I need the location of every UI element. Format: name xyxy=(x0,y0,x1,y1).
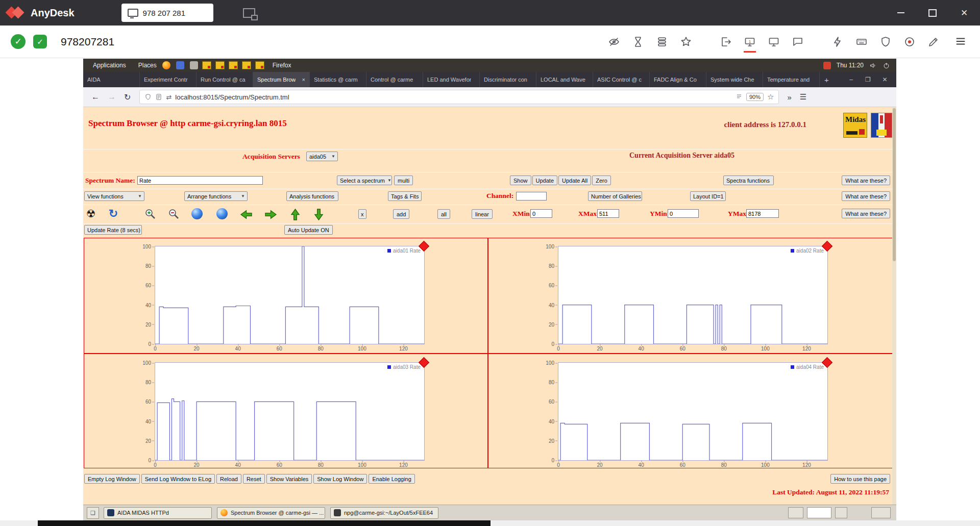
tray-box[interactable] xyxy=(788,507,803,518)
auto-update-button[interactable]: Auto Update ON xyxy=(284,225,333,235)
what-are-these-button[interactable]: What are these? xyxy=(842,209,890,218)
acquisition-server-select[interactable]: aida05▼ xyxy=(306,152,338,161)
volume-icon[interactable] xyxy=(869,62,877,69)
forward-icon[interactable]: → xyxy=(108,92,116,102)
shield-icon[interactable] xyxy=(144,93,152,101)
keyboard-icon[interactable] xyxy=(855,35,868,48)
anydesk-session-tab[interactable]: 978 207 281 xyxy=(121,4,213,22)
blue-orb-icon-2[interactable] xyxy=(215,207,229,220)
workspace-switcher[interactable] xyxy=(871,507,891,518)
what-are-these-button[interactable]: What are these? xyxy=(842,191,890,201)
show-desktop-button[interactable]: ❏ xyxy=(87,507,99,519)
overflow-chevron-icon[interactable]: » xyxy=(787,93,791,102)
disconnect-icon[interactable] xyxy=(719,35,732,48)
update-rate-select[interactable]: Update Rate (8 secs)▼ xyxy=(84,225,142,235)
browser-tab[interactable]: Control @ carme xyxy=(366,72,423,87)
browser-tab[interactable]: LED and Wavefor xyxy=(423,72,480,87)
log-button[interactable]: Show Log Window xyxy=(313,474,367,484)
midas-window-icon[interactable] xyxy=(255,61,264,69)
channel-input[interactable] xyxy=(516,192,547,201)
tray-box[interactable] xyxy=(807,507,831,518)
reader-mode-icon[interactable] xyxy=(736,93,743,101)
chart-plot[interactable]: aida01 Rate 020406080100020406080100120 xyxy=(155,246,425,344)
zoom-out-icon[interactable] xyxy=(167,207,180,220)
new-tab-button[interactable]: + xyxy=(820,72,834,87)
arrow-right-icon[interactable] xyxy=(264,208,277,221)
record-icon[interactable] xyxy=(903,35,916,48)
favorites-icon[interactable] xyxy=(679,35,693,48)
midas-window-icon[interactable] xyxy=(242,61,251,69)
log-button[interactable]: Enable Logging xyxy=(369,474,414,484)
radiation-icon[interactable]: ☢ xyxy=(84,207,97,220)
browser-tab[interactable]: LOCAL and Wave xyxy=(536,72,593,87)
zoom-in-icon[interactable] xyxy=(143,207,157,220)
minimize-button[interactable] xyxy=(885,0,917,26)
ymax-input[interactable] xyxy=(746,209,779,218)
browser-tab[interactable]: AIDA xyxy=(83,72,140,87)
back-icon[interactable]: ← xyxy=(91,92,100,102)
permissions-swap-icon[interactable]: ⇄ xyxy=(166,93,172,101)
app-launcher-icon[interactable] xyxy=(176,61,184,69)
draw-icon[interactable] xyxy=(927,35,940,48)
spectrum-name-input[interactable] xyxy=(137,176,263,185)
actions-icon[interactable] xyxy=(831,35,844,48)
browser-tab[interactable]: Spectrum Brow× xyxy=(253,72,310,87)
spectra-functions-select[interactable]: Spectra functions▼ xyxy=(723,176,774,185)
maximize-button[interactable] xyxy=(917,0,948,26)
view-functions-select[interactable]: View functions▼ xyxy=(84,191,144,201)
select-a-spectrum[interactable]: Select a spectrum▼ xyxy=(337,176,392,185)
what-are-these-button[interactable]: What are these? xyxy=(842,176,890,185)
how-to-use-button[interactable]: How to use this page xyxy=(830,474,890,484)
xmin-input[interactable] xyxy=(530,209,552,218)
monitor-icon[interactable] xyxy=(767,35,780,48)
add-button[interactable]: add xyxy=(393,209,409,219)
power-icon[interactable] xyxy=(883,62,890,69)
firefox-launcher-icon[interactable] xyxy=(162,61,170,69)
multi-button[interactable]: multi xyxy=(394,176,413,185)
tab-close-icon[interactable]: × xyxy=(300,77,305,83)
log-button[interactable]: Reset xyxy=(243,474,265,484)
monitor-1-icon[interactable]: 1 xyxy=(743,35,756,48)
chart-plot[interactable]: aida03 Rate 020406080100020406080100120 xyxy=(155,362,425,461)
applications-menu[interactable]: Applications xyxy=(93,62,126,69)
app-launcher-icon[interactable] xyxy=(190,61,198,69)
browser-tab[interactable]: Statistics @ carm xyxy=(310,72,366,87)
browser-tab[interactable]: FADC Align & Co xyxy=(650,72,706,87)
browser-maximize-button[interactable]: ❐ xyxy=(860,76,876,83)
arrow-up-icon[interactable] xyxy=(288,208,302,221)
scrollbar-thumb[interactable] xyxy=(893,108,896,261)
zero-button[interactable]: Zero xyxy=(592,176,611,185)
log-button[interactable]: Show Variables xyxy=(266,474,312,484)
places-menu[interactable]: Places xyxy=(138,62,157,69)
linear-button[interactable]: linear xyxy=(472,209,493,219)
browser-tab[interactable]: System wide Che xyxy=(706,72,763,87)
new-session-icon[interactable] xyxy=(243,8,255,18)
arrow-down-icon[interactable] xyxy=(312,208,325,221)
files-icon[interactable] xyxy=(655,35,669,48)
update-button[interactable]: Update xyxy=(532,176,557,185)
url-text[interactable]: localhost:8015/Spectrum/Spectrum.tml xyxy=(175,93,732,101)
refresh-icon[interactable]: ↻ xyxy=(107,207,120,220)
close-button[interactable]: ✕ xyxy=(948,0,980,26)
reload-icon[interactable]: ↻ xyxy=(124,92,131,102)
log-button[interactable]: Empty Log Window xyxy=(84,474,140,484)
browser-minimize-button[interactable]: – xyxy=(843,76,860,83)
browser-tab[interactable]: Discriminator con xyxy=(480,72,536,87)
analysis-functions-select[interactable]: Analysis functions▼ xyxy=(286,191,338,201)
ymin-input[interactable] xyxy=(668,209,699,218)
midas-window-icon[interactable] xyxy=(215,61,225,69)
taskbar-item[interactable]: Spectrum Browser @ carme-gsi — ... xyxy=(217,507,325,519)
browser-tab[interactable]: Run Control @ ca xyxy=(197,72,253,87)
midas-window-icon[interactable] xyxy=(229,61,238,69)
midas-window-icon[interactable] xyxy=(202,61,211,69)
tray-box[interactable] xyxy=(835,507,847,518)
alert-icon[interactable] xyxy=(823,62,831,69)
panel-clock[interactable]: Thu 11:20 xyxy=(837,62,864,69)
show-button[interactable]: Show xyxy=(510,176,531,185)
layout-id-select[interactable]: Layout ID=1▼ xyxy=(690,191,726,201)
url-bar[interactable]: ⇄ localhost:8015/Spectrum/Spectrum.tml 9… xyxy=(139,90,779,104)
log-button[interactable]: Send Log Window to ELog xyxy=(141,474,215,484)
page-scrollbar[interactable] xyxy=(892,107,896,505)
zoom-level-badge[interactable]: 90% xyxy=(746,93,764,101)
x-button[interactable]: x xyxy=(358,209,366,219)
